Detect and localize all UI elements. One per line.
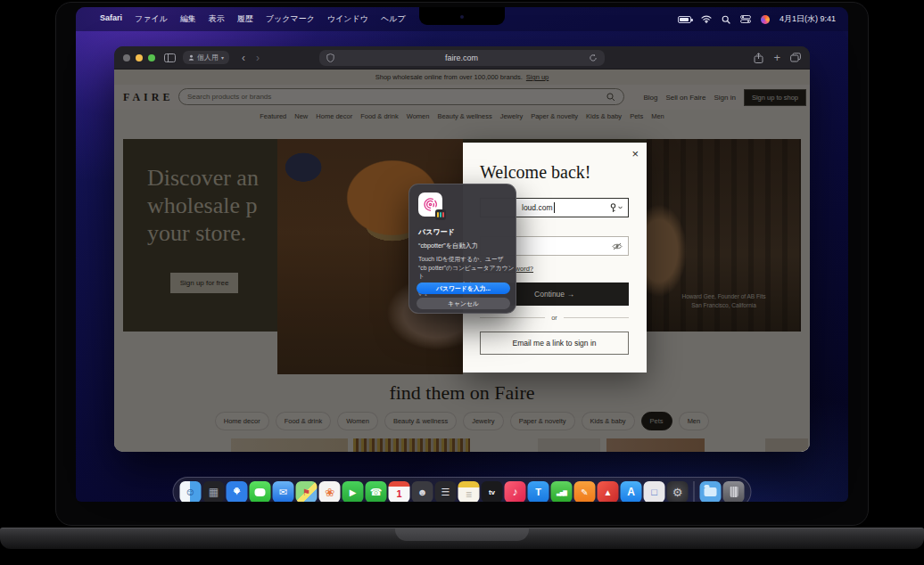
app-store-dock-icon[interactable]: A bbox=[621, 481, 642, 502]
notes-dock-icon[interactable]: ≡ bbox=[458, 481, 480, 502]
touch-id-title: パスワード bbox=[418, 227, 455, 237]
trash-dock-icon[interactable] bbox=[723, 481, 745, 502]
menu-item-5[interactable]: ブックマーク bbox=[260, 13, 321, 25]
menu-item-4[interactable]: 履歴 bbox=[231, 13, 260, 25]
email-value: loud.com bbox=[522, 203, 553, 212]
menu-bar-apps: Safariファイル編集表示履歴ブックマークウインドウヘルプ bbox=[94, 13, 412, 25]
enter-password-button[interactable]: パスワードを入力... bbox=[417, 282, 510, 294]
touch-id-fingerprint-icon bbox=[418, 192, 442, 217]
menu-item-3[interactable]: 表示 bbox=[202, 13, 231, 25]
laptop-lid-scoop bbox=[395, 528, 529, 541]
calendar-dock-icon[interactable]: 1 bbox=[389, 481, 410, 502]
safari-toolbar: 個人用 ▾ ‹ › faire.com + bbox=[114, 46, 810, 70]
keynote-dock-icon[interactable]: T bbox=[528, 481, 549, 502]
dock: ☺▦✦✉⚑❀▶☎1☻☰≡tv♪T▃▅▇✎▲A□⚙ bbox=[173, 477, 752, 502]
settings-dock-icon[interactable]: ⚙ bbox=[667, 481, 689, 502]
sidebar-toggle-icon[interactable] bbox=[164, 53, 176, 62]
reload-icon[interactable] bbox=[589, 53, 598, 62]
window-zoom-button[interactable] bbox=[148, 54, 155, 61]
new-tab-icon[interactable]: + bbox=[773, 52, 780, 63]
chevron-down-icon: ▾ bbox=[221, 54, 224, 61]
modal-title: Welcome back! bbox=[480, 162, 590, 183]
downloads-dock-icon[interactable] bbox=[700, 481, 722, 502]
control-center-icon[interactable] bbox=[740, 15, 751, 23]
menu-item-7[interactable]: ヘルプ bbox=[375, 13, 412, 25]
pages-dock-icon[interactable]: ✎ bbox=[574, 481, 596, 502]
spotlight-search-icon[interactable] bbox=[722, 15, 730, 24]
music-dock-icon[interactable]: ♪ bbox=[505, 481, 526, 502]
numbers-dock-icon[interactable]: ▃▅▇ bbox=[551, 481, 573, 502]
or-divider: or bbox=[480, 314, 629, 322]
password-autofill-key-icon[interactable] bbox=[609, 203, 623, 213]
forward-button[interactable]: › bbox=[251, 52, 265, 64]
cancel-button[interactable]: キャンセル bbox=[417, 298, 510, 309]
person-icon bbox=[188, 54, 194, 61]
chevron-down-icon bbox=[618, 206, 623, 209]
tab-overview-icon[interactable] bbox=[790, 53, 801, 62]
share-icon[interactable] bbox=[754, 53, 763, 63]
show-password-eye-icon[interactable] bbox=[612, 238, 623, 254]
wifi-icon[interactable] bbox=[701, 15, 712, 23]
launchpad-dock-icon[interactable]: ▦ bbox=[203, 481, 225, 502]
maps-dock-icon[interactable]: ⚑ bbox=[296, 481, 318, 502]
phone-dock-icon[interactable]: ☎ bbox=[366, 481, 387, 502]
menu-item-2[interactable]: 編集 bbox=[174, 13, 202, 25]
safari-profile-switcher[interactable]: 個人用 ▾ bbox=[183, 51, 229, 64]
menu-item-6[interactable]: ウインドウ bbox=[321, 13, 375, 25]
camera-dot bbox=[460, 15, 464, 19]
privacy-shield-icon[interactable] bbox=[326, 53, 334, 62]
touch-id-subtitle: “cbpotter”を自動入力 bbox=[418, 242, 478, 250]
contacts-dock-icon[interactable]: ☻ bbox=[412, 481, 433, 502]
siri-icon[interactable] bbox=[761, 15, 770, 24]
url-text: faire.com bbox=[334, 53, 589, 62]
books-dock-icon[interactable]: □ bbox=[644, 481, 665, 502]
dock-separator bbox=[694, 481, 695, 502]
profile-label: 個人用 bbox=[197, 53, 219, 62]
tv-dock-icon[interactable]: tv bbox=[482, 481, 503, 502]
close-icon[interactable]: × bbox=[631, 147, 639, 160]
facetime-dock-icon[interactable]: ▶ bbox=[342, 481, 364, 502]
display-notch bbox=[419, 7, 505, 25]
finder-dock-icon[interactable]: ☺ bbox=[180, 481, 202, 502]
messages-dock-icon[interactable] bbox=[250, 481, 271, 502]
rocket-dock-icon[interactable]: ▲ bbox=[598, 481, 619, 502]
mail-dock-icon[interactable]: ✉ bbox=[273, 481, 294, 502]
battery-icon[interactable] bbox=[678, 16, 691, 23]
macbook-screenshot: Safariファイル編集表示履歴ブックマークウインドウヘルプ 4月1日(水) 9… bbox=[0, 0, 924, 565]
window-minimize-button[interactable] bbox=[136, 54, 143, 61]
text-caret bbox=[554, 202, 555, 213]
address-bar[interactable]: faire.com bbox=[319, 50, 605, 66]
reminders-dock-icon[interactable]: ☰ bbox=[435, 481, 457, 502]
window-close-button[interactable] bbox=[123, 54, 130, 61]
keychain-badge-icon bbox=[435, 209, 446, 220]
menu-item-0[interactable]: Safari bbox=[94, 13, 128, 25]
menu-bar-clock[interactable]: 4月1日(水) 9:41 bbox=[780, 13, 836, 25]
menu-item-1[interactable]: ファイル bbox=[128, 13, 174, 25]
touch-id-dialog: パスワード “cbpotter”を自動入力 Touch IDを使用するか、ユーザ… bbox=[408, 184, 516, 314]
back-button[interactable]: ‹ bbox=[236, 52, 251, 64]
email-link-sign-in-button[interactable]: Email me a link to sign in bbox=[480, 332, 629, 355]
safari-dock-icon[interactable]: ✦ bbox=[227, 481, 248, 502]
photos-dock-icon[interactable]: ❀ bbox=[319, 481, 341, 502]
